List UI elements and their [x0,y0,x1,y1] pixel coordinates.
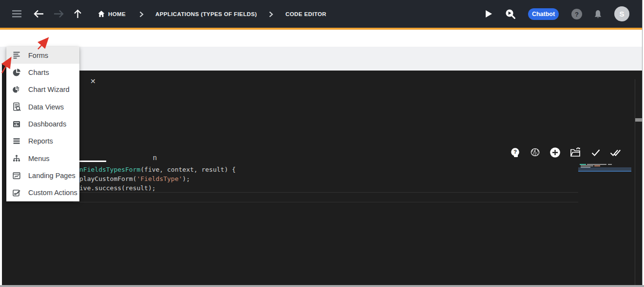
code-content[interactable]: nFieldsTypesForm(five, context, result) … [79,165,236,193]
code-token: 'FieldsType' [136,175,182,182]
save-all-double-check-icon[interactable] [610,147,622,158]
dropdown-item-dashboards[interactable]: Dashboards [6,115,79,132]
page-background-band [0,47,644,71]
code-editor-panel: n ✕ ? [2,71,642,285]
code-token: playCustomForm( [79,175,136,182]
editor-tab-label: n [153,154,157,161]
dropdown-item-label: Charts [28,69,49,76]
run-play-icon[interactable] [486,10,492,18]
breadcrumb-code-editor[interactable]: CODE EDITOR [285,0,326,28]
window-bottom-edge [0,285,644,287]
brain-icon[interactable] [530,147,541,158]
home-icon[interactable] [97,10,105,18]
dropdown-item-label: Chart Wizard [28,86,70,93]
top-bar: HOME APPLICATIONS (TYPES OF FIELDS) CODE… [0,0,644,28]
breadcrumb-chevron-icon [139,11,144,18]
minimap[interactable] [578,163,631,172]
forward-arrow-icon[interactable] [54,10,64,18]
dropdown-item-label: Dashboards [28,120,66,128]
dropdown-item-label: Landing Pages [28,172,76,179]
menus-icon [12,154,21,162]
code-token: ); [182,175,190,182]
chart-wizard-icon [12,85,21,94]
breadcrumb-applications[interactable]: APPLICATIONS (TYPES OF FIELDS) [155,0,257,28]
charts-icon [12,68,21,77]
landing-pages-icon [12,171,21,180]
custom-actions-icon [12,188,21,197]
hint-head-icon[interactable]: ? [510,147,521,158]
code-line: ive.success(result); [79,183,236,193]
dropdown-item-forms[interactable]: Forms [6,47,79,64]
dropdown-item-charts[interactable]: Charts [6,64,79,81]
dropdown-item-chart-wizard[interactable]: Chart Wizard [6,81,79,98]
dropdown-item-custom-actions[interactable]: Custom Actions [6,184,79,201]
code-token: ive.success(result); [79,184,156,192]
visual-dropdown-menu: Forms Charts Chart Wizard Dat [6,47,79,201]
code-line: playCustomForm('FieldsType'); [79,174,236,183]
data-views-icon [12,102,21,111]
chatbot-button[interactable]: Chatbot [528,8,559,20]
breadcrumb-chevron-icon [269,11,273,18]
scrollbar-thumb[interactable] [635,118,642,122]
main-menu-bar: Visual ▼ Logic ▼ Data ▼ [0,30,644,47]
user-avatar[interactable]: S [614,6,629,21]
save-check-icon[interactable] [590,147,601,158]
current-line-highlight [73,192,578,202]
dropdown-item-data-views[interactable]: Data Views [6,98,79,115]
add-icon[interactable] [549,147,561,158]
minimap-slider[interactable] [578,167,631,172]
dropdown-item-label: Forms [28,52,48,59]
tab-close-icon[interactable]: ✕ [90,77,96,85]
reports-icon [12,137,21,145]
dropdown-item-menus[interactable]: Menus [6,150,79,167]
up-arrow-icon[interactable] [74,9,82,18]
dashboards-icon [12,120,21,128]
dropdown-item-label: Reports [28,137,53,145]
hamburger-menu-icon[interactable] [12,10,21,18]
dropdown-item-landing-pages[interactable]: Landing Pages [6,167,79,184]
window-right-edge [642,0,644,287]
five-app-window: HOME APPLICATIONS (TYPES OF FIELDS) CODE… [0,0,644,287]
code-token: nFieldsTypesForm [79,166,140,173]
forms-icon [12,51,21,60]
help-icon[interactable]: ? [571,9,582,19]
dropdown-item-label: Menus [28,155,50,162]
code-line: nFieldsTypesForm(five, context, result) … [79,165,236,174]
open-folder-icon[interactable] [569,147,582,158]
back-arrow-icon[interactable] [34,10,44,18]
dropdown-item-reports[interactable]: Reports [6,133,79,150]
dropdown-item-label: Data Views [28,103,64,111]
editor-left-edge [2,63,6,71]
breadcrumb-home[interactable]: HOME [108,0,126,28]
editor-scrollbar[interactable] [635,79,643,285]
editor-toolbar: ? [510,147,622,158]
notifications-bell-icon[interactable] [593,9,603,19]
code-token: (five, context, result) { [140,166,236,173]
dropdown-item-label: Custom Actions [28,189,77,197]
svg-text:?: ? [513,149,517,155]
search-run-icon[interactable] [505,9,516,19]
